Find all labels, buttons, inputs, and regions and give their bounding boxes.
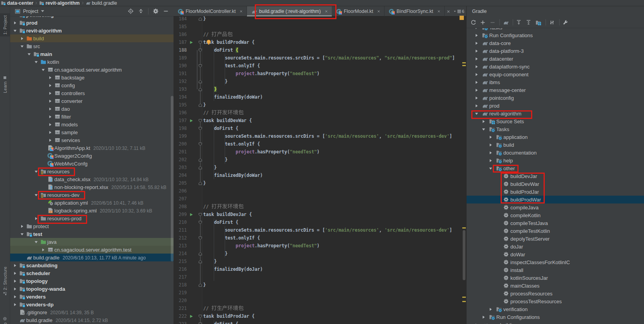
close-icon[interactable] <box>377 9 381 13</box>
project-tree-row[interactable]: test <box>10 230 174 238</box>
tree-collapsed-icon[interactable] <box>488 151 493 155</box>
fold-marker-icon[interactable] <box>199 252 202 256</box>
fold-marker-icon[interactable] <box>199 315 202 318</box>
gradle-tree-row[interactable]: dataplatform-sync <box>467 63 644 70</box>
tree-expanded-icon[interactable] <box>488 166 493 171</box>
code-line[interactable]: 210 doFirst { <box>174 218 462 226</box>
fold-marker-icon[interactable] <box>199 41 202 44</box>
code-line[interactable]: 187task buildProdWar { <box>174 38 462 46</box>
tree-collapsed-icon[interactable] <box>474 41 479 45</box>
fold-marker-icon[interactable] <box>199 64 202 68</box>
warning-stripe-mark[interactable] <box>462 227 466 229</box>
gradle-tree-row[interactable]: compileTestKotlin <box>467 227 644 235</box>
fold-marker-icon[interactable] <box>199 49 202 52</box>
warning-stripe-mark[interactable] <box>462 301 466 302</box>
code-line[interactable]: 188 doFirst { <box>174 46 462 54</box>
tree-collapsed-icon[interactable] <box>41 248 45 252</box>
project-tree-row[interactable]: resources <box>10 167 174 175</box>
tree-collapsed-icon[interactable] <box>474 96 479 100</box>
project-tree-row[interactable]: resources-prod <box>10 214 174 222</box>
fold-marker-icon[interactable] <box>199 127 202 130</box>
gradle-tree-row[interactable]: depolyTestServer <box>467 235 644 243</box>
tree-collapsed-icon[interactable] <box>474 104 479 108</box>
gradle-tree-row[interactable]: application <box>467 133 644 141</box>
tree-collapsed-icon[interactable] <box>474 80 479 85</box>
tree-expanded-icon[interactable] <box>34 60 38 64</box>
gradle-tree-row[interactable]: help <box>467 157 644 164</box>
code-line[interactable]: 186// <box>174 31 462 38</box>
code-line[interactable]: 201 project.hasProperty("needTest") <box>174 148 462 156</box>
tree-collapsed-icon[interactable] <box>48 115 52 119</box>
project-tree-row[interactable]: java <box>10 238 174 246</box>
tree-collapsed-icon[interactable] <box>48 76 52 80</box>
tree-collapsed-icon[interactable] <box>474 49 479 53</box>
gradle-tree-row[interactable]: prod <box>467 102 644 110</box>
gradle-tree-row[interactable]: buildDevJar <box>467 172 644 180</box>
code-line[interactable]: 212 test.onlyIf { <box>174 234 462 242</box>
collapse-all-icon[interactable] <box>526 20 531 25</box>
project-tree-row[interactable]: config <box>10 81 174 89</box>
code-line[interactable]: 189 sourceSets.main.resources.srcDirs = … <box>174 54 462 62</box>
code-line[interactable]: 191 project.hasProperty("needTest") <box>174 70 462 77</box>
code-line[interactable]: 190 test.onlyIf { <box>174 62 462 70</box>
project-tree-row[interactable]: backstage <box>10 74 174 81</box>
tree-collapsed-icon[interactable] <box>474 72 479 77</box>
tree-collapsed-icon[interactable] <box>474 65 479 69</box>
tree-collapsed-icon[interactable] <box>48 130 52 135</box>
project-tree-row[interactable]: cn.sagacloud.server.algorithm <box>10 66 174 74</box>
tree-collapsed-icon[interactable] <box>48 122 52 127</box>
project-tree-row[interactable]: topology-wanda <box>10 285 174 293</box>
tree-expanded-icon[interactable] <box>13 29 17 33</box>
gradle-tree-row[interactable]: ibms <box>467 78 644 86</box>
tree-expanded-icon[interactable] <box>27 52 31 56</box>
project-tree-row[interactable]: data_check.xlsx2020/1/10 10:32, 14.94 kB <box>10 175 174 183</box>
tree-collapsed-icon[interactable] <box>474 323 479 324</box>
project-tree-row[interactable]: models <box>10 121 174 128</box>
code-line[interactable]: 199 sourceSets.main.resources.srcDirs = … <box>174 132 462 140</box>
minus-icon[interactable] <box>490 20 496 25</box>
project-tree-row[interactable]: scanbuilding <box>10 261 174 269</box>
editor-scrollbar[interactable] <box>463 230 465 280</box>
fold-marker-icon[interactable] <box>199 182 202 185</box>
gradle-tree-row[interactable]: data-core <box>467 39 644 47</box>
project-tree-row[interactable]: Swagger2Config <box>10 152 174 160</box>
project-tree-row[interactable]: revit-algorithm <box>10 27 174 34</box>
group-modules-icon[interactable] <box>535 20 541 25</box>
project-tree-scrollbar[interactable] <box>171 96 174 261</box>
gradle-tree-row[interactable]: buildDevWar <box>467 180 644 188</box>
tree-collapsed-icon[interactable] <box>474 33 479 38</box>
tree-collapsed-icon[interactable] <box>48 107 52 111</box>
tree-collapsed-icon[interactable] <box>481 315 486 319</box>
tree-expanded-icon[interactable] <box>34 240 38 244</box>
code-line[interactable]: 202 } <box>174 156 462 164</box>
project-tree-row[interactable]: build <box>10 34 174 42</box>
gradle-tree-row[interactable]: data-platform-3 <box>467 47 644 55</box>
stripe-item-structure[interactable]: 2: Structure <box>0 265 10 298</box>
gradle-tree-row[interactable]: verification <box>467 305 644 313</box>
tree-collapsed-icon[interactable] <box>13 279 17 283</box>
code-line[interactable]: 219 <box>174 289 462 297</box>
run-task-icon[interactable] <box>189 314 193 319</box>
warning-stripe-mark[interactable] <box>462 65 466 66</box>
fold-marker-icon[interactable] <box>199 80 202 83</box>
tree-collapsed-icon[interactable] <box>13 295 17 299</box>
tab-bar-extra-close[interactable] <box>446 6 451 16</box>
chevron-down-icon[interactable] <box>41 10 44 12</box>
project-tree-row[interactable]: .gitignore2020/6/1 14:39, 35 B <box>10 308 174 316</box>
gradle-tree-row[interactable]: buildProdJar <box>467 188 644 196</box>
code-line[interactable]: 216 finalizedBy(doJar) <box>174 265 462 273</box>
project-tree-row[interactable]: venders <box>10 293 174 301</box>
locate-icon[interactable] <box>128 8 134 14</box>
tree-collapsed-icon[interactable] <box>20 224 24 229</box>
breadcrumb-item[interactable]: revit-algorithm <box>39 0 80 6</box>
project-tree-row[interactable]: prod <box>10 19 174 27</box>
tree-expanded-icon[interactable] <box>481 127 486 131</box>
code-line[interactable]: 213 project.hasProperty("needTest") <box>174 242 462 250</box>
fold-marker-icon[interactable] <box>199 142 202 146</box>
project-tree-row[interactable]: build.gradle2020/6/16 10:13, 11.77 kB A … <box>10 254 174 261</box>
code-line[interactable]: 215 } <box>174 257 462 265</box>
project-tree-row[interactable]: venders-dp <box>10 301 174 308</box>
hide-icon[interactable] <box>163 8 169 14</box>
code-line[interactable]: 214 } <box>174 250 462 257</box>
code-line[interactable]: 203 } <box>174 164 462 171</box>
